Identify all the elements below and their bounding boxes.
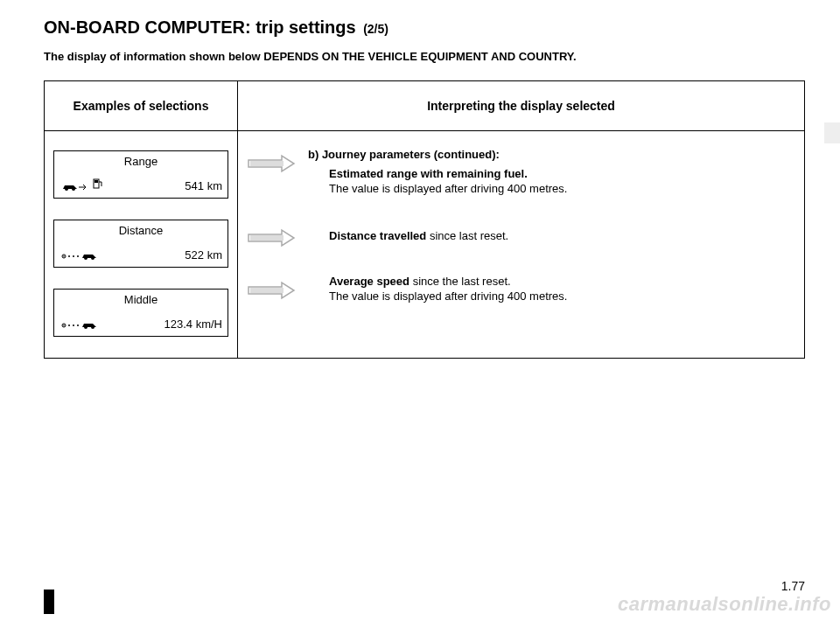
- page-title-main: ON-BOARD COMPUTER: trip settings: [44, 17, 356, 37]
- svg-point-14: [73, 324, 74, 326]
- descriptions-cell: b) Journey parameters (continued): Estim…: [238, 131, 805, 359]
- side-tab-marker: [824, 122, 840, 143]
- desc-row-distance: Distance travelled since last reset.: [247, 221, 795, 249]
- svg-point-8: [77, 255, 79, 257]
- svg-point-9: [84, 256, 88, 260]
- desc-row-middle: Average speed since the last reset. The …: [247, 274, 795, 304]
- avg-line2: The value is displayed after driving 400…: [329, 290, 567, 303]
- display-range: Range: [53, 150, 228, 199]
- car-route-icon: [61, 318, 98, 331]
- desc-text-distance: Distance travelled since last reset.: [308, 221, 508, 244]
- car-route-icon: [61, 249, 98, 262]
- desc-text-middle: Average speed since the last reset. The …: [308, 274, 567, 304]
- display-distance-value: 522 km: [185, 248, 222, 262]
- avg-rest: since the last reset.: [410, 275, 511, 288]
- distance-rest: since last reset.: [426, 229, 508, 242]
- display-middle: Middle 123.4 km/H: [53, 289, 228, 337]
- svg-point-10: [91, 256, 94, 260]
- section-heading: b) Journey parameters (continued):: [308, 147, 567, 163]
- svg-point-15: [77, 324, 79, 326]
- black-tab-marker: [44, 590, 54, 614]
- svg-point-5: [63, 255, 65, 257]
- page-title-row: ON-BOARD COMPUTER: trip settings (2/5): [44, 17, 805, 38]
- range-rest: The value is displayed after driving 400…: [329, 182, 567, 195]
- svg-point-1: [72, 187, 75, 191]
- display-distance: Distance 522 km: [53, 220, 228, 268]
- table-header-interpreting: Interpreting the display selected: [238, 81, 805, 131]
- watermark: carmanualsonline.info: [618, 593, 831, 616]
- arrow-icon: [247, 221, 308, 249]
- svg-point-16: [84, 325, 88, 329]
- display-range-value: 541 km: [185, 179, 222, 192]
- arrow-icon: [247, 274, 308, 302]
- examples-cell: Range: [45, 131, 238, 359]
- svg-point-12: [63, 324, 65, 326]
- range-strong: Estimated range with remaining fuel.: [329, 167, 528, 180]
- display-range-title: Range: [54, 151, 228, 168]
- svg-point-17: [91, 325, 94, 329]
- desc-row-range: b) Journey parameters (continued): Estim…: [247, 147, 795, 197]
- desc-text-range: b) Journey parameters (continued): Estim…: [308, 147, 567, 197]
- page-title-sub: (2/5): [363, 22, 388, 36]
- fuel-pump-icon: [93, 178, 103, 192]
- distance-strong: Distance travelled: [329, 229, 426, 242]
- svg-point-6: [68, 255, 70, 257]
- equipment-notice: The display of information shown below D…: [44, 50, 805, 63]
- avg-strong: Average speed: [329, 275, 410, 288]
- arrow-icon: [247, 147, 308, 175]
- car-icon: [61, 180, 89, 192]
- display-distance-title: Distance: [54, 220, 228, 237]
- svg-point-7: [73, 255, 74, 257]
- svg-point-0: [65, 187, 68, 191]
- svg-rect-3: [94, 180, 98, 183]
- svg-point-13: [68, 324, 70, 326]
- page-number: 1.77: [781, 579, 805, 593]
- trip-settings-table: Examples of selections Interpreting the …: [44, 80, 805, 359]
- display-middle-value: 123.4 km/H: [164, 317, 222, 331]
- table-header-examples: Examples of selections: [45, 81, 238, 131]
- display-middle-title: Middle: [54, 290, 228, 306]
